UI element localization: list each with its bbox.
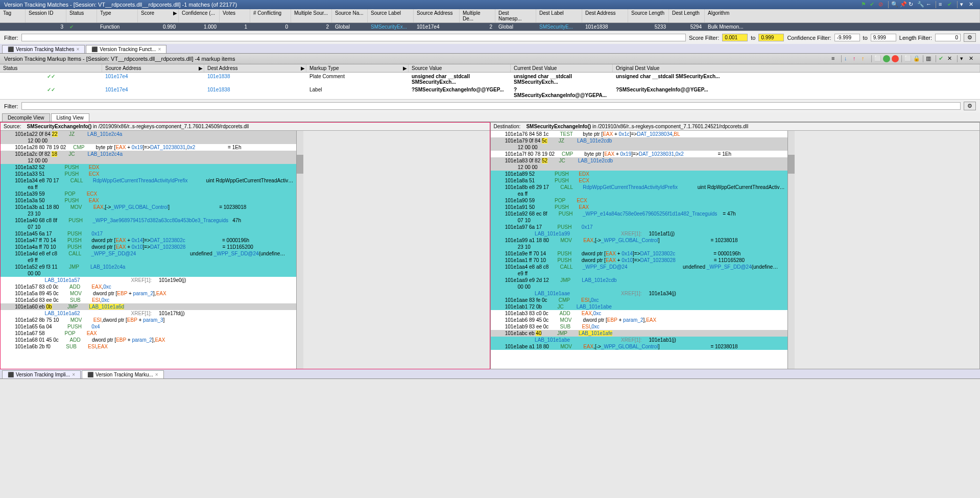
code-line[interactable]: LAB_101e1a99 XREF[1]: 101e1af1(j) [491, 230, 788, 237]
reject-icon[interactable]: ⊘ [878, 1, 886, 8]
tab-close-icon[interactable]: × [77, 46, 80, 52]
code-line[interactable]: 101e1aa4 e8 a8 c8 CALL _WPP_SF_DD@24 und… [491, 264, 788, 270]
code-line[interactable]: 101e1a76 84 58 1c TEST byte ptr [EAX + 0… [491, 131, 788, 137]
code-line[interactable]: 101e1abe a1 18 80 MOV EAX,[->_WPP_GLOBAL… [491, 343, 788, 350]
code-line[interactable]: LAB_101e1aae XREF[1]: 101e1a34(j) [491, 290, 788, 297]
wrench-icon[interactable]: 🔧 [917, 1, 924, 8]
col-dlabel[interactable]: Dest Label [536, 9, 582, 22]
col-tag[interactable]: Tag [0, 9, 26, 22]
code-line[interactable]: 101e1a52 e9 f3 11 JMP LAB_101e2c4a [1, 264, 296, 270]
filter-settings-button[interactable]: ⚙ [964, 33, 976, 42]
code-line[interactable]: 101e1a89 52 PUSH EDX [491, 171, 788, 177]
code-line[interactable]: 07 10 [1, 224, 296, 230]
code-line[interactable]: 101e1a60 eb 0b JMP LAB_101e1a6d [1, 303, 296, 310]
code-line[interactable]: 101e1a65 6a 04 PUSH 0x4 [1, 323, 296, 330]
col-slabel[interactable]: Source Label [368, 9, 414, 22]
mcol-type[interactable]: Markup Type▶ [306, 64, 409, 72]
score-to-input[interactable] [758, 34, 784, 41]
tab-close-icon[interactable]: × [155, 372, 158, 377]
col-daddr[interactable]: Dest Address [582, 9, 628, 22]
code-line[interactable]: 101e1ab1 72 0b JC LAB_101e1abe [491, 303, 788, 310]
col-score[interactable]: Score▶ [138, 9, 179, 22]
source-code-pane[interactable]: 101e1a22 0f 84 22 JZ LAB_101e2c4a 12 00 … [1, 131, 296, 369]
code-line[interactable]: LAB_101e1a62 XREF[1]: 101e17fd(j) [1, 310, 296, 317]
markup-row[interactable]: ✓✓101e17e4101e1838Plate Commentunsigned … [0, 73, 980, 86]
code-line[interactable]: 12 00 00 [491, 164, 788, 171]
code-line[interactable]: 12 00 00 [491, 144, 788, 151]
col-algo[interactable]: Algorithm [705, 9, 980, 22]
back-icon[interactable]: ← [926, 1, 933, 8]
code-line[interactable]: 101e1a22 0f 84 22 JZ LAB_101e2c4a [1, 131, 296, 137]
code-line[interactable]: 101e1a28 80 78 19 02 CMP byte ptr [EAX +… [1, 144, 296, 151]
conf-from-input[interactable] [834, 34, 860, 41]
mcol-status[interactable]: Status [0, 64, 102, 72]
code-line[interactable]: 101e1a83 0f 82 52 JC LAB_101e2cdb [491, 157, 788, 164]
code-line[interactable]: 101e1ab3 83 c0 0c ADD EAX,0xc [491, 310, 788, 317]
flag-icon[interactable]: ⚑ [861, 1, 868, 8]
code-line[interactable]: 101e1a4d e8 ef c8 CALL _WPP_SF_DD@24 und… [1, 250, 296, 257]
tab-close-icon[interactable]: × [72, 372, 75, 377]
col-dstns[interactable]: Dest Namesp... [495, 9, 536, 22]
code-line[interactable]: 101e1a8a 51 PUSH ECX [491, 177, 788, 184]
col-slen[interactable]: Source Length [628, 9, 669, 22]
code-line[interactable]: 101e1a5d 83 ee 0c SUB ESI,0xc [1, 297, 296, 303]
code-line[interactable]: 101e1a3a 50 PUSH EAX [1, 197, 296, 204]
source-scrollbar[interactable] [296, 131, 303, 369]
pin-icon[interactable]: 📌 [900, 1, 907, 8]
code-line[interactable]: 101e1a34 e8 70 17 CALL RdpWppGetCurrentT… [1, 177, 296, 184]
code-line[interactable]: 101e1a39 59 POP ECX [1, 191, 296, 197]
refresh-icon[interactable]: ↻ [909, 1, 916, 8]
square-icon[interactable]: ⬜ [874, 55, 881, 62]
col-dlen[interactable]: Dest Length [669, 9, 705, 22]
code-line[interactable]: e9 ff [491, 270, 788, 277]
col-votes[interactable]: Votes [220, 9, 250, 22]
mcol-sval[interactable]: Source Value [409, 64, 511, 72]
code-line[interactable]: 101e1a9e ff 70 14 PUSH dword ptr [EAX + … [491, 250, 788, 257]
tab-listing-view[interactable]: Listing View [51, 113, 89, 122]
code-line[interactable]: 101e1a92 68 ec 8f PUSH _WPP_e14a84ac758e… [491, 210, 788, 217]
lock-icon[interactable]: 🔒 [913, 55, 920, 62]
tab-markup[interactable]: ⬛Version Tracking Marku...× [82, 370, 164, 378]
code-line[interactable]: 23 10 [1, 210, 296, 217]
reject-markup-icon[interactable] [892, 55, 899, 62]
code-line[interactable]: ea ff [1, 184, 296, 191]
up-icon[interactable]: ↑ [853, 55, 860, 62]
close-icon[interactable]: ✕ [969, 1, 976, 8]
len-input[interactable] [935, 34, 961, 41]
code-line[interactable]: 00 00 [1, 270, 296, 277]
code-line[interactable]: 101e1a33 51 PUSH ECX [1, 171, 296, 177]
code-line[interactable]: 101e1a40 68 c8 8f PUSH _WPP_3ae968979415… [1, 217, 296, 224]
code-line[interactable]: 101e1a8b e8 29 17 CALL RdpWppGetCurrentT… [491, 184, 788, 191]
menu-icon[interactable]: ▾ [960, 1, 967, 8]
markup-filter-settings-button[interactable]: ⚙ [964, 102, 976, 110]
tab-decompile-view[interactable]: Decompile View [2, 113, 50, 122]
filter-icon[interactable]: 🔍 [891, 1, 898, 8]
score-from-input[interactable] [722, 34, 748, 41]
code-line[interactable]: 101e1a97 6a 17 PUSH 0x17 [491, 224, 788, 230]
conf-to-input[interactable] [871, 34, 896, 41]
view-icon[interactable]: ⬜ [904, 55, 912, 62]
matches-row[interactable]: 3 ✔ Function 0.990 1.000 1 0 2 Global SM… [0, 23, 980, 31]
markup-filter-input[interactable] [21, 102, 961, 110]
code-line[interactable]: 101e1a91 50 PUSH EAX [491, 204, 788, 210]
code-line[interactable]: 101e1a5a 89 45 0c MOV dword ptr [EBP + p… [1, 290, 296, 297]
dest-code-pane[interactable]: 101e1a76 84 58 1c TEST byte ptr [EAX + 0… [491, 131, 788, 369]
x-icon[interactable]: ✕ [947, 55, 954, 62]
col-mdst[interactable]: Multiple De... [460, 9, 495, 22]
code-line[interactable]: 101e1a4a ff 70 10 PUSH dword ptr [EAX + … [1, 244, 296, 250]
accept-icon[interactable]: ✔ [870, 1, 877, 8]
code-line[interactable]: LAB_101e1abe XREF[1]: 101e1ab1(j) [491, 337, 788, 343]
code-line[interactable]: 23 10 [491, 244, 788, 250]
code-line[interactable]: 101e1ab9 83 ee 0c SUB ESI,0xc [491, 323, 788, 330]
code-line[interactable]: 101e1a99 a1 18 80 MOV EAX,[->_WPP_GLOBAL… [491, 237, 788, 244]
col-status[interactable]: Status [66, 9, 97, 22]
tab-functions[interactable]: ⬛Version Tracking Funct...× [86, 45, 166, 53]
code-line[interactable]: 101e1abc eb 40 JMP LAB_101e1afe [491, 330, 788, 337]
reset-icon[interactable]: ↓ [844, 55, 851, 62]
col-type[interactable]: Type [97, 9, 138, 22]
code-line[interactable]: 101e1aa1 ff 70 10 PUSH dword ptr [EAX + … [491, 257, 788, 264]
code-line[interactable]: 101e1aae 83 fe 0c CMP ESI,0xc [491, 297, 788, 303]
code-line[interactable]: 101e1ab6 89 45 0c MOV dword ptr [EBP + p… [491, 317, 788, 323]
tab-matches[interactable]: ⬛Version Tracking Matches× [2, 45, 85, 53]
col-msrc[interactable]: Multiple Sour... [291, 9, 332, 22]
